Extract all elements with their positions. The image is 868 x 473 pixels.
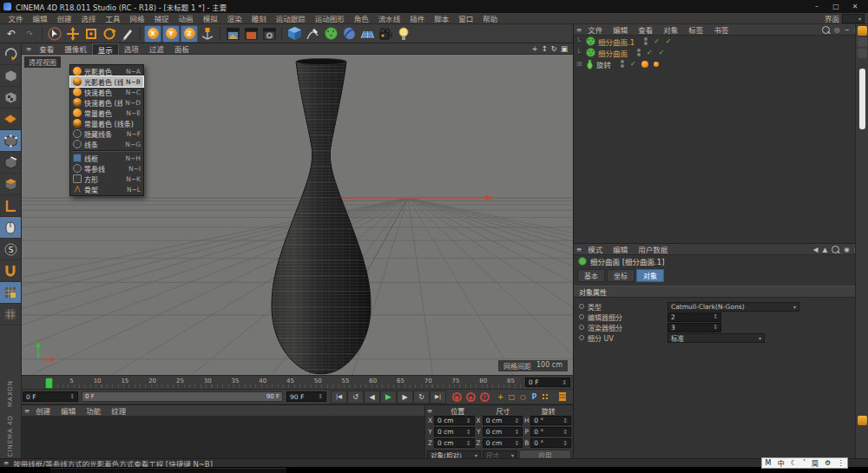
search-icon[interactable] (822, 26, 830, 34)
object-row-subdivision-2[interactable]: └ 细分曲面 ✓ ✓ (574, 47, 868, 58)
timeline-playhead[interactable] (45, 378, 53, 389)
axis-z-lock-button[interactable]: Z (181, 25, 198, 43)
tab-coordinates[interactable]: 坐标 (607, 269, 635, 282)
model-mode-button[interactable] (0, 65, 21, 87)
next-frame-button[interactable]: ▶ (397, 391, 413, 404)
previous-frame-button[interactable]: ◀ (364, 391, 380, 404)
material-menu-texture[interactable]: 纹理 (107, 405, 130, 416)
history-back-icon[interactable]: ◀ (813, 246, 819, 253)
deformer-button[interactable] (340, 25, 358, 43)
light-button[interactable] (395, 25, 412, 43)
attr-menu-mode[interactable]: 模式 (583, 244, 607, 254)
add-cube-button[interactable] (286, 25, 303, 43)
material-panel-icon[interactable]: ≡ (24, 407, 30, 415)
menu-item-gouraud-lines[interactable]: 光影着色 (线条)N~B (70, 76, 143, 87)
live-selection-tool[interactable] (46, 25, 63, 43)
current-frame-field[interactable]: 0 F↕ (23, 391, 78, 402)
render-view-button[interactable] (224, 25, 241, 43)
key-scale-toggle[interactable]: □ (506, 391, 517, 404)
menu-animate[interactable]: 动画 (174, 13, 198, 23)
viewport-menu-panel[interactable]: 面板 (169, 43, 194, 54)
menu-file[interactable]: 文件 (3, 13, 28, 23)
render-subdivision-field[interactable]: 3↕ (667, 323, 721, 332)
menu-tools[interactable]: 工具 (101, 13, 125, 23)
menu-item-isoparms[interactable]: 等参线N~I (70, 163, 143, 174)
key-pla-toggle[interactable] (540, 391, 551, 404)
coords-panel-icon[interactable]: ≡ (427, 407, 435, 415)
key-position-toggle[interactable]: + (495, 391, 506, 404)
object-menu-view[interactable]: 查看 (634, 24, 657, 35)
scale-tool[interactable] (82, 25, 100, 43)
edges-mode-button[interactable] (0, 152, 21, 174)
language-tray[interactable]: M 中 ☾ ’ 简 ⚙ ⋮ (761, 457, 848, 469)
make-editable-button[interactable] (0, 43, 21, 65)
rot-h-field[interactable]: 0 °↕ (530, 416, 571, 425)
key-rotation-toggle[interactable]: ○ (517, 391, 529, 404)
attr-menu-edit[interactable]: 编辑 (608, 244, 632, 254)
autokey-button[interactable]: ◆ (464, 391, 477, 404)
menu-item-hidden-line[interactable]: 隐藏线条N~F (70, 128, 143, 139)
tab-icon[interactable] (858, 49, 867, 58)
enabled-check-icon[interactable]: ✓ (659, 49, 665, 56)
menu-item-skeleton[interactable]: ⋀骨架N~L (70, 184, 143, 194)
object-menu-bookmarks[interactable]: 书签 (709, 24, 733, 35)
menu-item-quick-lines[interactable]: 快速着色 (线条)N~D (70, 97, 143, 108)
play-button[interactable]: ▶ (380, 391, 397, 404)
viewport-panel-icon[interactable]: ≡ (23, 45, 34, 53)
object-properties-section[interactable]: 对象属性 (574, 286, 868, 298)
menu-mograph[interactable]: 运动图形 (310, 13, 349, 23)
material-list-area[interactable] (22, 417, 424, 459)
size-y-field[interactable]: 0 cm↕ (483, 427, 523, 437)
object-menu-tags[interactable]: 标签 (684, 24, 707, 35)
taskbar-app-button[interactable] (50, 468, 286, 473)
material-menu-function[interactable]: 功能 (82, 405, 105, 416)
lock-icon[interactable]: ◉ (844, 246, 850, 253)
viewport-toggle-icon[interactable]: ▣ (561, 44, 568, 53)
timeline-end-field[interactable]: 0 F↕ (525, 378, 570, 387)
menu-render[interactable]: 渲染 (222, 13, 247, 23)
menu-item-constant[interactable]: 常量着色N~E (70, 108, 143, 118)
material-menu-edit[interactable]: 编辑 (56, 405, 80, 416)
close-button[interactable]: ✕ (845, 1, 865, 12)
coordinate-system-button[interactable] (199, 25, 216, 43)
snap-magnet-button[interactable] (0, 260, 21, 282)
bottom-tab-icon[interactable] (858, 416, 867, 425)
timeline-ruler[interactable]: 051015202530354045505560657075808590 0 F… (22, 375, 573, 389)
menu-snap[interactable]: 捕捉 (149, 13, 174, 23)
goto-start-button[interactable]: |◀ (331, 391, 347, 404)
object-name[interactable]: 细分曲面 (598, 48, 628, 58)
object-name[interactable]: 旋转 (596, 59, 611, 69)
lang-chinese[interactable]: 中 (778, 458, 785, 468)
layer-tab-icon[interactable] (858, 26, 867, 36)
rotate-tool[interactable] (101, 25, 118, 43)
tab-icon[interactable] (858, 37, 867, 47)
frame-range-slider[interactable]: 0 F 90 F (82, 391, 283, 402)
object-name[interactable]: 细分曲面.1 (598, 36, 635, 47)
object-panel-icon[interactable]: ≡ (576, 26, 582, 34)
lang-punct-icon[interactable]: ’ (803, 459, 806, 467)
menu-item-wireframe[interactable]: 线框N~H (70, 153, 143, 163)
snap-settings-button[interactable] (0, 282, 21, 304)
menu-pipeline[interactable]: 流水线 (373, 13, 405, 23)
points-mode-button[interactable] (0, 130, 21, 152)
visibility-dots[interactable] (621, 60, 624, 68)
object-menu-file[interactable]: 文件 (583, 24, 607, 35)
phong-tag-icon[interactable] (641, 61, 648, 68)
editor-subdivision-field[interactable]: 2↕ (667, 312, 721, 322)
subdivide-uv-dropdown[interactable]: 标准▾ (667, 333, 765, 343)
keyframe-selection-button[interactable]: ? (477, 391, 491, 404)
enable-axis-button[interactable] (0, 195, 21, 217)
menu-script[interactable]: 脚本 (430, 13, 454, 23)
lang-settings-icon[interactable]: ⚙ (825, 459, 831, 467)
menu-edit[interactable]: 编辑 (28, 13, 52, 23)
camera-button[interactable] (377, 25, 394, 43)
play-backwards-button[interactable]: ↺ (347, 391, 364, 404)
object-menu-edit[interactable]: 编辑 (608, 24, 632, 35)
tab-basic[interactable]: 基本 (577, 269, 605, 282)
menu-simulate[interactable]: 模拟 (198, 13, 222, 23)
viewport-solo-button[interactable] (0, 217, 21, 239)
attr-menu-userdata[interactable]: 用户数据 (634, 244, 672, 254)
lang-m[interactable]: M (766, 459, 772, 467)
viewport-canvas[interactable]: 透视视图 网格间距 100 cm 光影着色N~A 光影着色 (线条)N~B 快速… (22, 55, 573, 375)
pos-z-field[interactable]: 0 cm↕ (434, 438, 475, 448)
